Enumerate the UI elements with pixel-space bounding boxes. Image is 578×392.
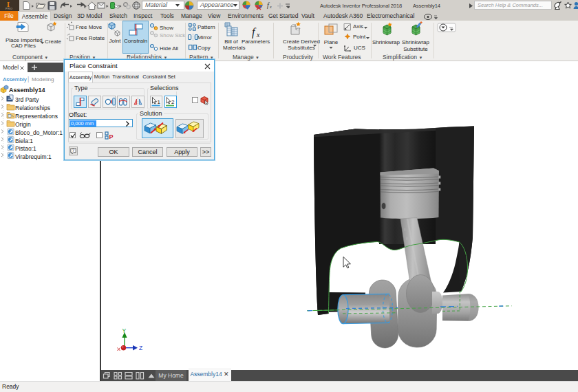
svg-text:1: 1 [158,99,161,105]
svg-text:Y: Y [122,327,127,334]
svg-text:P: P [109,133,114,140]
svg-text:x: x [256,31,260,39]
svg-text:2: 2 [171,99,175,105]
svg-text:?: ? [72,148,75,153]
svg-text:f: f [252,26,257,39]
svg-text:Z: Z [139,345,142,351]
svg-text:x: x [269,5,272,9]
